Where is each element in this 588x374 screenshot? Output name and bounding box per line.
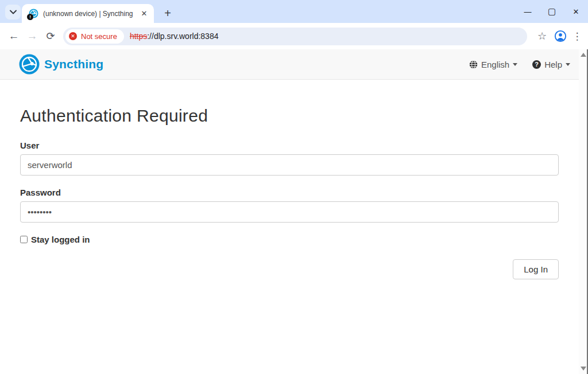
url-text[interactable]: https://dlp.srv.world:8384: [130, 32, 219, 41]
menu-dots-icon[interactable]: ⋮: [570, 30, 585, 42]
not-secure-icon: ✕: [69, 32, 77, 40]
not-secure-label: Not secure: [81, 32, 117, 41]
url-rest: ://dlp.srv.world:8384: [147, 32, 218, 41]
stay-logged-in-label: Stay logged in: [31, 235, 90, 244]
language-label: English: [481, 60, 509, 69]
browser-toolbar: ← → ⟳ ✕ Not secure https://dlp.srv.world…: [0, 23, 588, 49]
stay-logged-in-checkbox[interactable]: [20, 236, 28, 243]
minimize-icon[interactable]: —: [516, 2, 540, 21]
syncthing-favicon-icon: !: [29, 9, 38, 18]
profile-icon[interactable]: [551, 27, 570, 45]
syncthing-logo-icon: [19, 54, 40, 75]
window-controls: — ▢ ✕: [516, 0, 588, 23]
back-icon[interactable]: ←: [5, 27, 23, 45]
password-input[interactable]: [20, 201, 559, 223]
url-scheme: https: [130, 32, 147, 41]
page-viewport: Syncthing English ? Help: [0, 49, 588, 374]
syncthing-navbar: Syncthing English ? Help: [0, 49, 579, 80]
page-title: Authentication Required: [20, 106, 559, 126]
chevron-down-icon: [10, 10, 17, 14]
tab-search-button[interactable]: [5, 5, 21, 20]
maximize-icon[interactable]: ▢: [540, 2, 564, 21]
scroll-up-icon[interactable]: [581, 53, 586, 57]
address-bar[interactable]: ✕ Not secure https://dlp.srv.world:8384: [63, 28, 527, 45]
reload-icon[interactable]: ⟳: [41, 27, 60, 45]
browser-tab[interactable]: ! (unknown device) | Syncthing ✕: [22, 4, 154, 23]
caret-down-icon: [566, 63, 570, 68]
help-label: Help: [544, 60, 562, 69]
bookmark-star-icon[interactable]: ☆: [533, 30, 551, 42]
help-dropdown[interactable]: ? Help: [532, 60, 570, 69]
not-secure-badge[interactable]: ✕ Not secure: [65, 29, 124, 44]
toolbar-right: ☆ ⋮: [533, 27, 585, 45]
forward-icon[interactable]: →: [23, 27, 41, 45]
login-content: Authentication Required User Password St…: [0, 80, 579, 374]
language-dropdown[interactable]: English: [469, 60, 517, 69]
browser-window: ! (unknown device) | Syncthing ✕ + — ▢ ✕…: [0, 0, 588, 374]
new-tab-button[interactable]: +: [160, 5, 176, 21]
button-row: Log In: [20, 259, 559, 279]
tab-strip: ! (unknown device) | Syncthing ✕ + — ▢ ✕: [0, 0, 588, 23]
user-field-group: User: [20, 141, 559, 176]
navbar-right: English ? Help: [469, 60, 570, 69]
tab-title: (unknown device) | Syncthing: [43, 10, 139, 18]
scroll-down-icon[interactable]: [581, 367, 586, 371]
user-input[interactable]: [20, 154, 559, 176]
brand-name: Syncthing: [44, 57, 103, 71]
syncthing-brand[interactable]: Syncthing: [19, 54, 103, 75]
user-label: User: [20, 141, 559, 150]
log-in-button[interactable]: Log In: [513, 259, 559, 279]
caret-down-icon: [513, 63, 517, 68]
stay-logged-in-row: Stay logged in: [20, 235, 559, 244]
favicon-error-badge: !: [27, 14, 33, 20]
scrollbar[interactable]: [579, 49, 588, 374]
password-field-group: Password: [20, 188, 559, 223]
close-window-icon[interactable]: ✕: [564, 2, 588, 21]
help-icon: ?: [532, 60, 541, 69]
password-label: Password: [20, 188, 559, 197]
tab-close-icon[interactable]: ✕: [139, 9, 149, 19]
globe-icon: [469, 60, 478, 69]
